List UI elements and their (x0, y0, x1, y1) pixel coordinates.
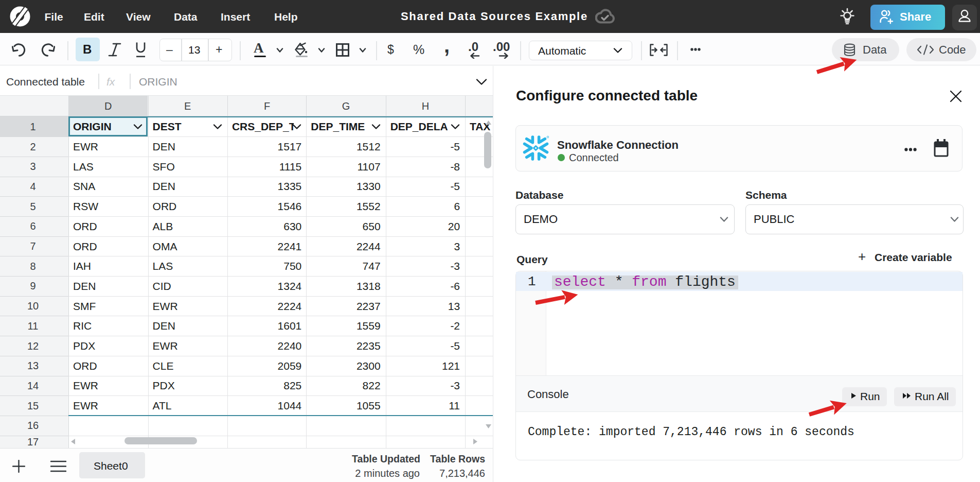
svg-text:.0: .0 (468, 40, 478, 54)
svg-text:.00: .00 (493, 40, 510, 54)
